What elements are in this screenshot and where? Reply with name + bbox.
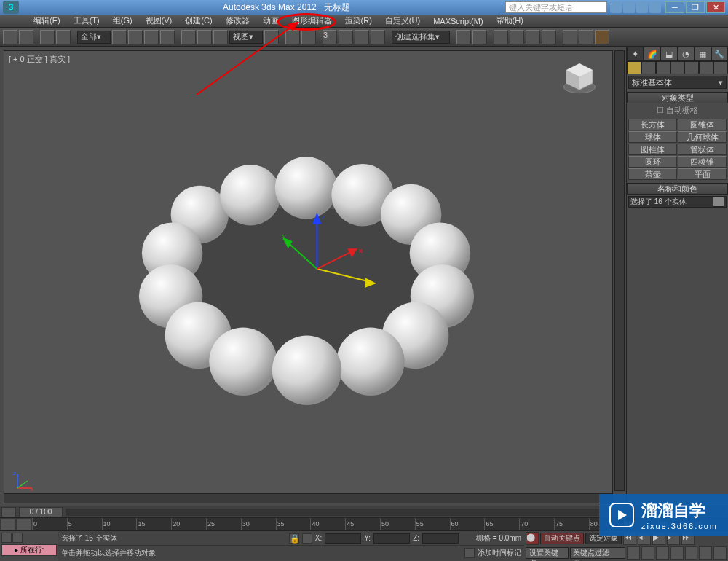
btn-teapot[interactable]: 茶壶	[628, 168, 677, 180]
select-name-button[interactable]	[128, 30, 143, 44]
btn-geosphere[interactable]: 几何球体	[678, 131, 727, 143]
star-icon[interactable]	[623, 1, 635, 13]
nav-maximize-button[interactable]	[713, 546, 727, 560]
viewport-scrollbar-v[interactable]	[614, 50, 625, 491]
tab-utilities[interactable]: 🔧	[711, 47, 728, 61]
autokey-button[interactable]: 自动关键点	[540, 533, 584, 544]
subtab-shapes[interactable]	[641, 61, 656, 74]
render-button[interactable]	[595, 30, 609, 44]
subtab-helpers[interactable]	[684, 61, 699, 74]
isolate-icon[interactable]	[464, 548, 475, 558]
select-rect-button[interactable]	[144, 30, 159, 44]
align-button[interactable]	[472, 30, 487, 44]
object-name-field[interactable]: 选择了 16 个实体	[628, 196, 727, 208]
addtime-label[interactable]: 添加时间标记	[478, 548, 521, 558]
perspective-viewport[interactable]: [ + 0 正交 ] 真实 ]	[4, 50, 613, 502]
abs-rel-button[interactable]	[302, 533, 312, 544]
menu-customize[interactable]: 自定义(U)	[379, 15, 426, 26]
manip-button[interactable]	[285, 30, 300, 44]
selection-filter-combo[interactable]: 全部 ▾	[77, 31, 111, 44]
unlink-button[interactable]	[56, 30, 71, 44]
render-setup-button[interactable]	[563, 30, 577, 44]
tab-motion[interactable]: ◔	[678, 47, 695, 61]
search-input[interactable]: 键入关键字或短语	[505, 1, 607, 13]
subtab-lights[interactable]	[656, 61, 670, 74]
app-logo-icon[interactable]: 3	[3, 1, 19, 14]
menu-maxscript[interactable]: MAXScript(M)	[427, 17, 488, 26]
schematic-button[interactable]	[526, 30, 540, 44]
rollout-objecttype[interactable]: 对象类型	[627, 92, 728, 103]
nav-pan-button[interactable]	[685, 546, 698, 560]
lock-icon[interactable]: 🔒	[289, 533, 299, 544]
listener-mini-button[interactable]	[12, 533, 23, 543]
angle-snap-button[interactable]	[339, 30, 353, 44]
menu-grapheditors[interactable]: 图形编辑器	[286, 15, 338, 26]
btn-tube[interactable]: 管状体	[678, 144, 727, 155]
scale-button[interactable]	[213, 30, 228, 44]
named-selset-combo[interactable]: 创建选择集 ▾	[392, 31, 450, 44]
time-slider-handle[interactable]: 0 / 100	[19, 507, 63, 517]
menu-group[interactable]: 组(G)	[107, 15, 138, 26]
z-coord-input[interactable]	[422, 533, 459, 544]
render-frame-button[interactable]	[579, 30, 593, 44]
category-dropdown[interactable]: 标准基本体▾	[628, 76, 727, 89]
nav-orbit-button[interactable]	[699, 546, 712, 560]
help-icon[interactable]	[649, 1, 661, 13]
move-button[interactable]	[181, 30, 196, 44]
script-mini-button[interactable]	[1, 533, 12, 543]
trackbar-toggle-button[interactable]	[1, 519, 15, 530]
setkey-big-button[interactable]: ⬤	[526, 532, 539, 545]
btn-box[interactable]: 长方体	[628, 119, 677, 130]
keyfilters-button[interactable]: 关键点过滤器...	[570, 547, 625, 559]
menu-rendering[interactable]: 渲染(R)	[339, 15, 378, 26]
btn-sphere[interactable]: 球体	[628, 131, 677, 143]
timeconfig-button[interactable]	[627, 546, 640, 560]
prompt-field[interactable]: ▸ 所在行:	[1, 544, 57, 556]
y-coord-input[interactable]	[373, 533, 410, 544]
trackbar-curve-button[interactable]	[17, 519, 31, 530]
undo-button[interactable]	[3, 30, 17, 44]
subtab-systems[interactable]	[713, 61, 728, 74]
tab-modify[interactable]: 🌈	[644, 47, 660, 61]
autogrid-checkbox[interactable]: ☐ 自动栅格	[627, 103, 728, 117]
btn-plane[interactable]: 平面	[678, 168, 727, 180]
link-button[interactable]	[40, 30, 55, 44]
menu-views[interactable]: 视图(V)	[140, 15, 178, 26]
tab-create[interactable]: ✦	[627, 47, 644, 61]
menu-animation[interactable]: 动画	[257, 15, 285, 26]
nav-zoom-button[interactable]	[641, 546, 654, 560]
subtab-cameras[interactable]	[670, 61, 685, 74]
mirror-button[interactable]	[456, 30, 471, 44]
menu-help[interactable]: 帮助(H)	[491, 15, 529, 26]
btn-torus[interactable]: 圆环	[628, 156, 677, 168]
nav-fov-button[interactable]	[670, 546, 684, 560]
snap-button[interactable]: 3	[323, 30, 337, 44]
tab-hierarchy[interactable]: ⬓	[660, 47, 677, 61]
curve-editor-button[interactable]	[510, 30, 524, 44]
viewport-scrollbar-h[interactable]	[4, 493, 613, 503]
btn-pyramid[interactable]: 四棱锥	[678, 156, 727, 168]
object-color-swatch[interactable]	[713, 197, 724, 207]
material-editor-button[interactable]	[542, 30, 556, 44]
percent-snap-button[interactable]	[355, 30, 369, 44]
select-button[interactable]	[112, 30, 127, 44]
subtab-spacewarps[interactable]	[699, 61, 713, 74]
window-crossing-button[interactable]	[160, 30, 175, 44]
spinner-snap-button[interactable]	[371, 30, 385, 44]
btn-cone[interactable]: 圆锥体	[678, 119, 727, 130]
x-coord-input[interactable]	[325, 533, 361, 544]
keymode-button[interactable]	[301, 30, 316, 44]
maximize-button[interactable]: ❐	[686, 1, 705, 13]
rollout-namecolor[interactable]: 名称和颜色	[627, 183, 728, 195]
setkey-button[interactable]: 设置关键点	[526, 547, 569, 559]
minimize-button[interactable]: ─	[665, 1, 684, 13]
menu-create[interactable]: 创建(C)	[179, 15, 218, 26]
redo-button[interactable]	[19, 30, 33, 44]
btn-cylinder[interactable]: 圆柱体	[628, 144, 677, 155]
subtab-geometry[interactable]	[627, 61, 641, 74]
satellite-icon[interactable]	[636, 1, 648, 13]
menu-edit[interactable]: 编辑(E)	[28, 15, 66, 26]
rotate-button[interactable]	[197, 30, 212, 44]
pivot-button[interactable]	[264, 30, 279, 44]
tab-display[interactable]: ▦	[695, 47, 711, 61]
